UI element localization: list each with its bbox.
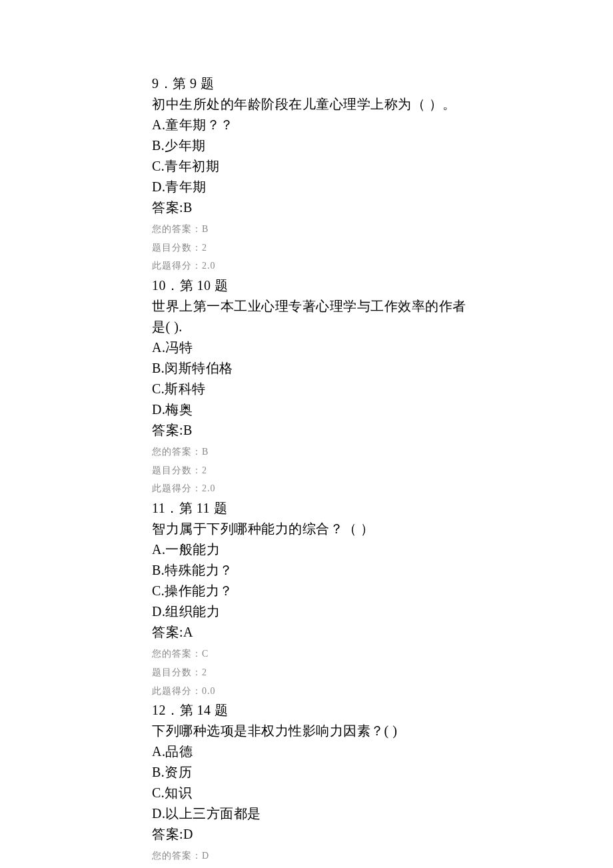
your-answer: 您的答案：D — [152, 849, 613, 863]
full-score: 题目分数：2 — [152, 665, 613, 680]
your-answer: 您的答案：B — [152, 445, 613, 459]
question-stem: 初中生所处的年龄阶段在儿童心理学上称为（ ）。 — [152, 94, 613, 115]
question-stem-2: 是( ). — [152, 317, 613, 337]
question-block: 10．第 10 题 世界上第一本工业心理专著心理学与工作效率的作者 是( ). … — [152, 275, 613, 496]
answer-label: 答案:B — [152, 197, 613, 218]
question-block: 11．第 11 题 智力属于下列哪种能力的综合？（ ） A.一般能力 B.特殊能… — [152, 498, 613, 698]
option-c: C.知识 — [152, 783, 613, 803]
question-number: 12．第 14 题 — [152, 700, 613, 721]
option-b: B.少年期 — [152, 135, 613, 156]
answer-label: 答案:B — [152, 420, 613, 441]
answer-label: 答案:D — [152, 824, 613, 845]
question-stem: 世界上第一本工业心理专著心理学与工作效率的作者 — [152, 296, 613, 317]
got-score: 此题得分：2.0 — [152, 259, 613, 273]
your-answer: 您的答案：B — [152, 222, 613, 237]
option-c: C.斯科特 — [152, 379, 613, 399]
option-d: D.梅奥 — [152, 399, 613, 420]
option-b: B.闵斯特伯格 — [152, 358, 613, 379]
full-score: 题目分数：2 — [152, 463, 613, 478]
option-d: D.组织能力 — [152, 601, 613, 622]
question-block: 12．第 14 题 下列哪种选项是非权力性影响力因素？( ) A.品德 B.资历… — [152, 700, 613, 868]
option-c: C.青年初期 — [152, 156, 613, 177]
answer-label: 答案:A — [152, 622, 613, 643]
option-b: B.资历 — [152, 762, 613, 783]
option-d: D.青年期 — [152, 177, 613, 197]
option-c: C.操作能力？ — [152, 581, 613, 601]
your-answer: 您的答案：C — [152, 647, 613, 661]
question-stem: 智力属于下列哪种能力的综合？（ ） — [152, 519, 613, 539]
question-number: 9．第 9 题 — [152, 73, 613, 94]
option-a: A.童年期？？ — [152, 115, 613, 135]
option-b: B.特殊能力？ — [152, 560, 613, 581]
option-a: A.冯特 — [152, 337, 613, 358]
option-d: D.以上三方面都是 — [152, 803, 613, 824]
full-score: 题目分数：2 — [152, 241, 613, 255]
question-number: 10．第 10 题 — [152, 275, 613, 296]
option-a: A.品德 — [152, 741, 613, 762]
option-a: A.一般能力 — [152, 539, 613, 560]
question-number: 11．第 11 题 — [152, 498, 613, 519]
got-score: 此题得分：0.0 — [152, 684, 613, 699]
page: 9．第 9 题 初中生所处的年龄阶段在儿童心理学上称为（ ）。 A.童年期？？ … — [0, 0, 613, 868]
question-stem: 下列哪种选项是非权力性影响力因素？( ) — [152, 721, 613, 741]
got-score: 此题得分：2.0 — [152, 481, 613, 496]
question-block: 9．第 9 题 初中生所处的年龄阶段在儿童心理学上称为（ ）。 A.童年期？？ … — [152, 73, 613, 273]
